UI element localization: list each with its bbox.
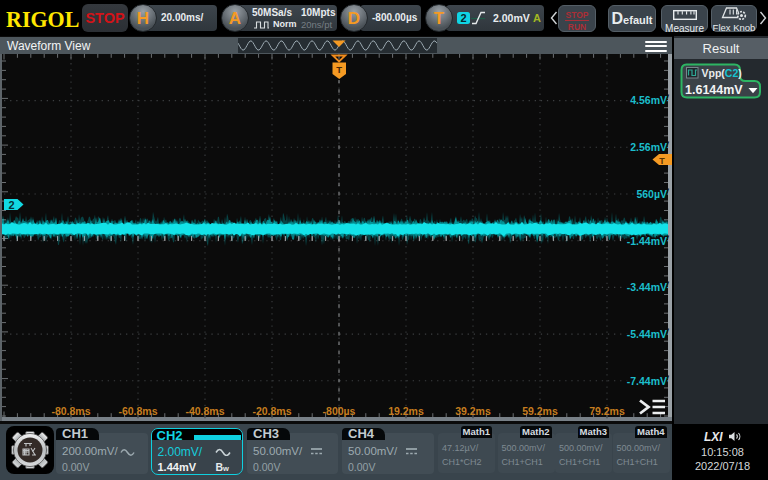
svg-text:19.2ms: 19.2ms: [388, 405, 424, 417]
svg-text:-3.44mV: -3.44mV: [627, 281, 667, 293]
svg-text:39.2ms: 39.2ms: [455, 405, 491, 417]
svg-text:T: T: [659, 156, 665, 166]
svg-text:-800µs: -800µs: [323, 405, 356, 417]
svg-text:-20.8ms: -20.8ms: [252, 405, 291, 417]
svg-text:1.6144mV: 1.6144mV: [685, 83, 743, 97]
svg-text:Vpp(C2): Vpp(C2): [702, 67, 742, 79]
svg-text:560µV: 560µV: [636, 188, 667, 200]
svg-text:59.2ms: 59.2ms: [522, 405, 558, 417]
svg-text:-60.8ms: -60.8ms: [118, 405, 157, 417]
svg-text:-80.8ms: -80.8ms: [51, 405, 90, 417]
svg-text:-40.8ms: -40.8ms: [185, 405, 224, 417]
svg-text:79.2ms: 79.2ms: [589, 405, 625, 417]
svg-text:2.56mV: 2.56mV: [630, 141, 667, 153]
svg-text:4.56mV: 4.56mV: [630, 94, 667, 106]
svg-text:T: T: [336, 64, 342, 75]
svg-text:-1.44mV: -1.44mV: [627, 235, 667, 247]
svg-text:-5.44mV: -5.44mV: [627, 328, 667, 340]
svg-text:2: 2: [8, 199, 14, 211]
svg-text:-7.44mV: -7.44mV: [627, 375, 667, 387]
